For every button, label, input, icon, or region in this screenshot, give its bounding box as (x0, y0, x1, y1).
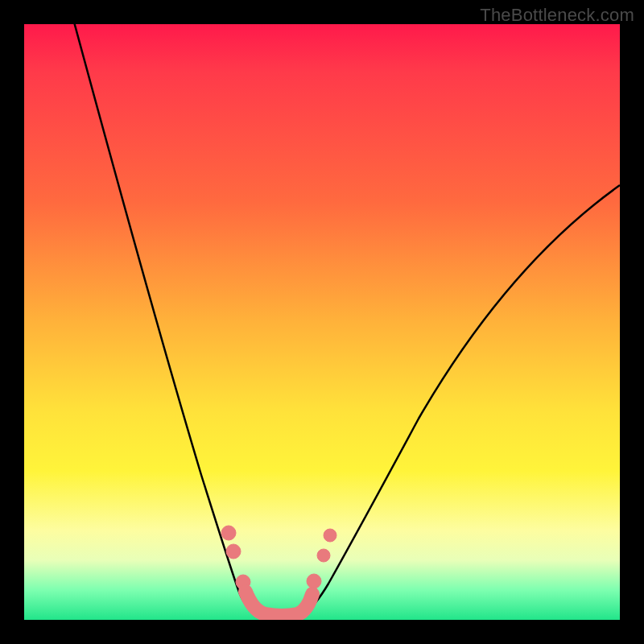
watermark-text: TheBottleneck.com (480, 5, 634, 26)
marker-right-1 (307, 574, 321, 588)
left-curve (72, 24, 256, 613)
marker-right-2 (317, 549, 330, 562)
chart-frame: TheBottleneck.com (0, 0, 644, 644)
chart-svg (24, 24, 620, 620)
marker-left-2 (226, 544, 241, 559)
bottleneck-curves (72, 24, 620, 617)
right-curve (304, 185, 620, 613)
valley-highlight (246, 592, 312, 616)
marker-left-1 (221, 526, 236, 540)
highlight-markers (221, 526, 336, 616)
marker-right-3 (324, 529, 336, 542)
